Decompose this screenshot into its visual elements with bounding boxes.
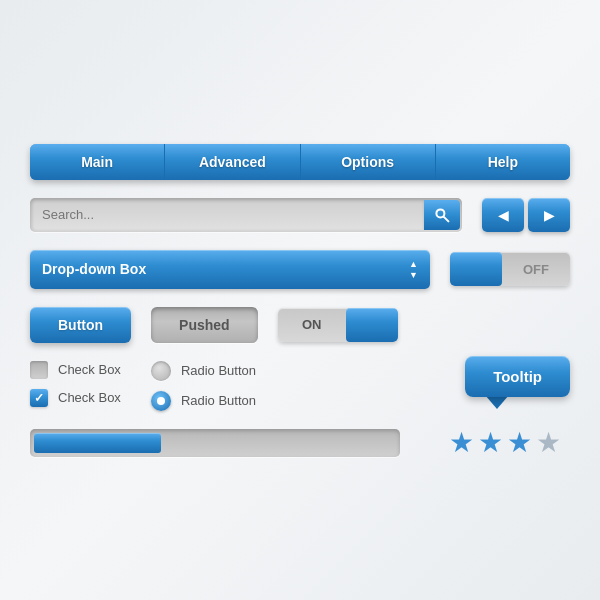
radio2-label: Radio Button: [181, 393, 256, 408]
dropdown-arrows: ▲ ▼: [409, 259, 418, 280]
checkbox-checked[interactable]: [30, 389, 48, 407]
search-icon: [434, 207, 450, 223]
checkbox1-label: Check Box: [58, 362, 121, 377]
progress-bar-fill: [34, 433, 161, 453]
checkbox-unchecked[interactable]: [30, 361, 48, 379]
nav-advanced[interactable]: Advanced: [165, 144, 300, 180]
progress-bar-track[interactable]: [30, 429, 400, 457]
tooltip-wrap: Tooltip: [465, 356, 570, 409]
checkbox2-row: Check Box: [30, 389, 121, 407]
toggle-off-knob: [450, 252, 502, 286]
pushed-button[interactable]: Pushed: [151, 307, 258, 343]
radio1-row: Radio Button: [151, 361, 256, 381]
nav-options[interactable]: Options: [301, 144, 436, 180]
radio-col: Radio Button Radio Button: [151, 361, 256, 411]
dropdown-box[interactable]: Drop-down Box ▲ ▼: [30, 250, 430, 289]
arrow-left-icon: ◀: [498, 207, 509, 223]
svg-line-1: [444, 216, 449, 221]
arrow-right-button[interactable]: ▶: [528, 198, 570, 232]
stars-wrap: ★ ★ ★ ★: [440, 429, 570, 457]
radio-unchecked[interactable]: [151, 361, 171, 381]
radio2-row: Radio Button: [151, 391, 256, 411]
star-2[interactable]: ★: [478, 429, 503, 457]
star-3[interactable]: ★: [507, 429, 532, 457]
search-row: ◀ ▶: [30, 198, 570, 232]
dropdown-label: Drop-down Box: [42, 261, 146, 277]
radio1-label: Radio Button: [181, 363, 256, 378]
checkbox2-label: Check Box: [58, 390, 121, 405]
tooltip-label: Tooltip: [493, 368, 542, 385]
checkbox1-row: Check Box: [30, 361, 121, 379]
nav-main[interactable]: Main: [30, 144, 165, 180]
dropdown-down-arrow: ▼: [409, 270, 418, 280]
arrow-left-button[interactable]: ◀: [482, 198, 524, 232]
search-button[interactable]: [424, 200, 460, 230]
toggle-off[interactable]: OFF: [450, 252, 570, 286]
toggle-on-label: ON: [278, 317, 346, 332]
tooltip-arrow: [485, 395, 509, 409]
toggle-on[interactable]: ON: [278, 308, 398, 342]
nav-bar: Main Advanced Options Help: [30, 144, 570, 180]
star-1[interactable]: ★: [449, 429, 474, 457]
toggle-off-label: OFF: [502, 262, 570, 277]
tooltip-box: Tooltip: [465, 356, 570, 397]
arrow-right-icon: ▶: [544, 207, 555, 223]
search-wrapper: [30, 198, 462, 232]
checkbox-radio-row: Check Box Check Box Radio Button Radio B…: [30, 361, 570, 411]
dropdown-row: Drop-down Box ▲ ▼ OFF: [30, 250, 570, 289]
radio-checked[interactable]: [151, 391, 171, 411]
dropdown-up-arrow: ▲: [409, 259, 418, 269]
search-input[interactable]: [32, 200, 424, 230]
nav-help[interactable]: Help: [436, 144, 570, 180]
arrow-group: ◀ ▶: [482, 198, 570, 232]
button-row: Button Pushed ON: [30, 307, 570, 343]
checkbox-col: Check Box Check Box: [30, 361, 121, 407]
toggle-on-knob: [346, 308, 398, 342]
progress-stars-row: ★ ★ ★ ★: [30, 429, 570, 457]
star-4[interactable]: ★: [536, 429, 561, 457]
normal-button[interactable]: Button: [30, 307, 131, 343]
